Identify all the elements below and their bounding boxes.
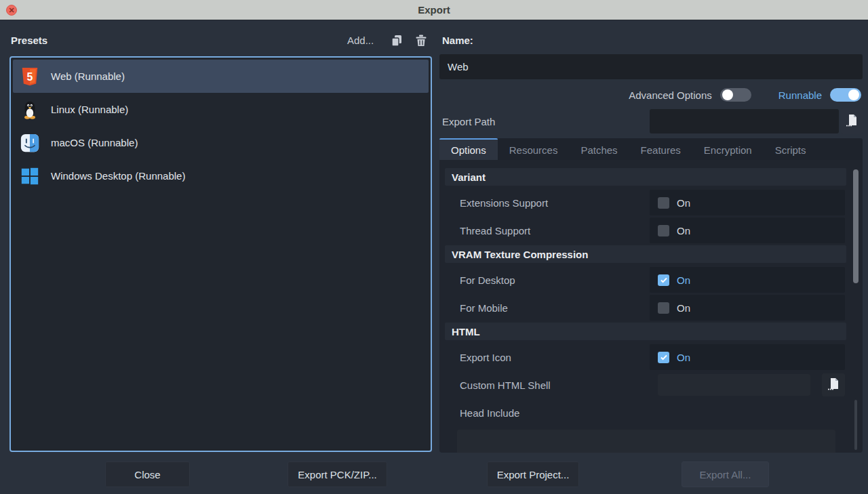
property-label: Custom HTML Shell [445,379,650,391]
preset-item-windows[interactable]: Windows Desktop (Runnable) [13,159,429,192]
section-vram: VRAM Texture Compression [445,245,846,263]
close-window-button[interactable]: ✕ [6,5,17,16]
custom-html-shell-browse-button[interactable] [822,373,845,396]
runnable-toggle[interactable] [830,88,861,102]
property-value [650,372,845,398]
trash-icon [414,39,428,49]
runnable-label: Runnable [778,89,822,101]
property-value: On [650,190,845,215]
property-value: On [650,295,845,321]
scrollbar-thumb[interactable] [853,169,859,283]
advanced-options-label: Advanced Options [629,89,712,101]
row-for-mobile: For Mobile On [445,295,863,321]
export-dialog: ✕ Export Presets Add... 5 Web (Runnable) [0,0,868,494]
extensions-support-checkbox[interactable] [658,197,669,209]
presets-header: Presets Add... [0,20,439,56]
preset-item-label: Linux (Runnable) [51,104,128,115]
export-path-input[interactable] [650,109,839,133]
svg-text:5: 5 [27,71,33,83]
tab-encryption[interactable]: Encryption [692,138,764,160]
property-label: Thread Support [445,225,650,236]
close-button[interactable]: Close [105,461,190,487]
options-panel: Variant Extensions Support On Thread Sup… [439,160,863,453]
preset-item-label: Web (Runnable) [51,70,125,82]
row-custom-html-shell: Custom HTML Shell [445,372,863,398]
toggles-row: Advanced Options Runnable [629,85,861,104]
row-for-desktop: For Desktop On [445,267,863,293]
property-label: For Desktop [445,274,650,286]
options-scrollbar[interactable] [853,165,859,447]
property-label: Export Icon [445,352,650,363]
checkbox-label: On [677,352,690,363]
checkbox-label: On [677,197,690,209]
export-pck-zip-button[interactable]: Export PCK/ZIP... [288,461,387,487]
thread-support-checkbox[interactable] [658,225,669,236]
tab-resources[interactable]: Resources [498,138,570,160]
windows-icon [20,166,40,186]
preset-item-label: macOS (Runnable) [51,137,138,148]
section-variant: Variant [445,168,846,186]
preset-item-macos[interactable]: macOS (Runnable) [13,126,429,159]
section-html: HTML [445,323,846,340]
checkbox-label: On [677,274,690,286]
for-mobile-checkbox[interactable] [658,302,669,314]
tab-features[interactable]: Features [629,138,692,160]
add-preset-button[interactable]: Add... [347,35,374,46]
preset-item-linux[interactable]: Linux (Runnable) [13,93,429,126]
property-value: On [650,344,845,370]
property-label: Extensions Support [445,197,650,209]
checkbox-label: On [677,302,690,314]
toggle-knob [722,89,733,100]
row-thread-support: Thread Support On [445,218,863,243]
titlebar: ✕ Export [0,0,868,20]
html5-icon: 5 [20,66,40,87]
checkbox-label: On [677,225,690,236]
presets-title: Presets [11,35,47,46]
export-icon-checkbox[interactable] [658,352,669,363]
scrollbar-thumb-secondary [854,400,857,450]
property-value: On [650,218,845,243]
head-include-textarea[interactable] [457,430,835,453]
export-all-button[interactable]: Export All... [682,461,769,487]
export-path-label: Export Path [442,116,495,127]
row-export-icon: Export Icon On [445,344,863,370]
linux-icon [20,100,40,120]
tab-options[interactable]: Options [439,138,498,160]
macos-icon [20,133,40,153]
preset-item-label: Windows Desktop (Runnable) [51,170,185,182]
duplicate-icon [390,39,403,49]
file-icon [846,114,858,129]
duplicate-preset-button[interactable] [388,33,406,50]
custom-html-shell-input[interactable] [658,374,810,396]
property-label: For Mobile [445,302,650,314]
tab-patches[interactable]: Patches [569,138,629,160]
delete-preset-button[interactable] [412,33,430,50]
name-input[interactable]: Web [439,54,863,79]
export-tabs: Options Resources Patches Features Encry… [439,138,863,160]
property-label: Head Include [445,407,863,419]
tab-scripts[interactable]: Scripts [764,138,818,160]
toggle-knob [848,89,859,100]
export-path-browse-button[interactable] [841,108,863,134]
name-label: Name: [442,35,473,46]
preset-details-pane: Name: Web Advanced Options Runnable Expo… [439,20,863,453]
window-title: Export [418,4,450,16]
export-project-button[interactable]: Export Project... [487,461,579,487]
for-desktop-checkbox[interactable] [658,274,669,286]
file-icon [827,377,840,393]
row-extensions-support: Extensions Support On [445,190,863,215]
advanced-options-toggle[interactable] [720,88,751,102]
preset-item-web[interactable]: 5 Web (Runnable) [13,60,429,93]
property-value: On [650,267,845,293]
row-head-include: Head Include [445,400,863,426]
dialog-footer: Close Export PCK/ZIP... Export Project..… [0,453,868,494]
preset-list: 5 Web (Runnable) Linux (Runnable) macOS … [9,56,432,452]
